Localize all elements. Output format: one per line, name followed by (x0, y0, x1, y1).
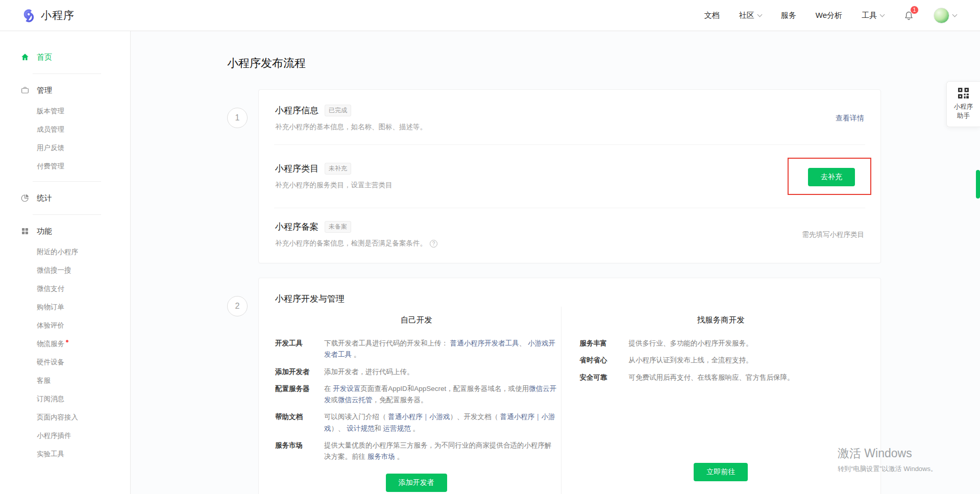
account-menu[interactable] (934, 8, 957, 23)
sidebar-item-lab-tools[interactable]: 实验工具 (20, 445, 130, 463)
help-icon[interactable]: ? (430, 240, 437, 248)
grid-icon (20, 227, 30, 236)
dev-row-label: 帮助文档 (275, 411, 324, 434)
sidebar-item-features[interactable]: 功能 (20, 220, 130, 242)
service-provider-column: 找服务商开发 服务丰富 提供多行业、多功能的小程序开发服务。 省时省心 从小程序… (561, 307, 866, 494)
sidebar-item-shopping-orders[interactable]: 购物订单 (20, 298, 130, 316)
column-title: 自己开发 (275, 315, 558, 326)
row-title: 小程序备案 (275, 221, 318, 233)
divider (33, 181, 101, 182)
sidebar-item-experience-review[interactable]: 体验评价 (20, 316, 130, 335)
go-now-button[interactable]: 立即前往 (694, 463, 748, 481)
nav-tools[interactable]: 工具 (862, 11, 884, 20)
top-bar: 小程序 文档 社区 服务 We分析 工具 1 (0, 0, 980, 31)
inline-link[interactable]: 普通小程序开发者工具 (450, 339, 519, 347)
inline-link[interactable]: 普通小程序 (388, 413, 423, 421)
dev-row-label: 配置服务器 (275, 383, 324, 406)
sidebar-item-members[interactable]: 成员管理 (20, 120, 130, 139)
sidebar-item-nearby[interactable]: 附近的小程序 (20, 243, 130, 261)
sidebar-item-version[interactable]: 版本管理 (20, 102, 130, 120)
assistant-label-line1: 小程序 (949, 103, 978, 112)
inline-link[interactable]: ｜ (423, 413, 429, 421)
provider-row-rich-service: 服务丰富 提供多行业、多功能的小程序开发服务。 (580, 338, 863, 349)
nav-service[interactable]: 服务 (781, 11, 796, 20)
page-body: 首页 管理 版本管理 成员管理 用户反馈 付费管理 (0, 31, 980, 494)
inline-link[interactable]: 开发设置 (333, 385, 360, 392)
provider-row-safe-reliable: 安全可靠 可免费试用后再支付、在线客服响应、官方售后保障。 (580, 372, 863, 383)
view-details-link[interactable]: 查看详情 (836, 114, 864, 123)
sidebar-item-subscribe-message[interactable]: 订阅消息 (20, 390, 130, 408)
prerequisite-note: 需先填写小程序类目 (802, 230, 865, 239)
sidebar-item-customer-service[interactable]: 客服 (20, 372, 130, 390)
sidebar-item-feedback[interactable]: 用户反馈 (20, 139, 130, 157)
inline-link[interactable]: 小游戏 (429, 413, 450, 421)
notification-badge: 1 (910, 6, 919, 14)
sidebar-item-plugin[interactable]: 小程序插件 (20, 427, 130, 445)
home-icon (20, 53, 30, 62)
dev-row-text: 添加开发者，进行代码上传。 (324, 366, 558, 378)
row-title: 小程序类目 (275, 163, 318, 175)
sidebar-item-wechat-search[interactable]: 微信搜一搜 (20, 261, 130, 280)
sidebar-item-payment[interactable]: 付费管理 (20, 157, 130, 176)
dev-row-server-config: 配置服务器 在 开发设置页面查看AppID和AppSecret，配置服务器域名，… (275, 383, 558, 406)
sidebar-item-stats[interactable]: 统计 (20, 187, 130, 209)
self-develop-column: 自己开发 开发工具 下载开发者工具进行代码的开发和上传： 普通小程序开发者工具、… (274, 307, 561, 494)
manage-submenu: 版本管理 成员管理 用户反馈 付费管理 (20, 102, 130, 176)
inline-link[interactable]: 微信云托管 (338, 396, 373, 404)
status-badge: 未补充 (325, 163, 351, 175)
inline-link[interactable]: 普通小程序 (500, 413, 535, 421)
provider-row-save-time: 省时省心 从小程序认证到发布上线，全流程支持。 (580, 355, 863, 366)
sidebar-item-label: 功能 (37, 227, 52, 236)
dev-row-add-developer: 添加开发者 添加开发者，进行代码上传。 (275, 366, 558, 378)
inline-link[interactable]: ｜ (534, 413, 541, 421)
sidebar-item-home[interactable]: 首页 (20, 46, 130, 68)
process-row-info: 小程序信息 已完成 补充小程序的基本信息，如名称、图标、描述等。 查看详情 (274, 92, 865, 145)
sidebar-item-label: 统计 (37, 193, 52, 203)
chevron-down-icon (880, 12, 885, 17)
process-row-category: 小程序类目 未补充 补充小程序的服务类目，设置主营类目 去补充 (274, 145, 865, 208)
miniprogram-logo-icon (19, 7, 36, 24)
sidebar-item-label: 物流服务 (37, 339, 64, 349)
dev-row-tools: 开发工具 下载开发者工具进行代码的开发和上传： 普通小程序开发者工具、 小游戏开… (275, 338, 558, 361)
sidebar-item-manage[interactable]: 管理 (20, 80, 130, 101)
step-number: 1 (227, 108, 248, 128)
row-desc: 补充小程序的服务类目，设置主营类目 (275, 181, 393, 190)
scrollbar-thumb[interactable] (976, 170, 980, 199)
inline-link[interactable]: 运营规范 (383, 425, 411, 432)
dev-row-label: 省时省心 (580, 355, 629, 366)
manage-icon (20, 86, 30, 95)
nav-docs[interactable]: 文档 (704, 11, 720, 20)
nav-tools-label: 工具 (862, 11, 877, 20)
chevron-down-icon (757, 12, 762, 17)
dev-row-text: 可免费试用后再支付、在线客服响应、官方售后保障。 (629, 372, 863, 383)
sidebar-item-page-content[interactable]: 页面内容接入 (20, 408, 130, 427)
inline-link[interactable]: 服务市场 (368, 453, 395, 460)
fill-category-button[interactable]: 去补充 (808, 168, 855, 186)
miniprogram-logo[interactable]: 小程序 (19, 7, 75, 24)
annotation-highlight-box: 去补充 (788, 158, 871, 195)
sidebar-item-wechat-pay[interactable]: 微信支付 (20, 280, 130, 298)
top-nav: 文档 社区 服务 We分析 工具 1 (704, 8, 957, 23)
sidebar-item-hardware[interactable]: 硬件设备 (20, 353, 130, 372)
nav-we-analysis[interactable]: We分析 (816, 11, 842, 20)
miniprogram-assistant-widget[interactable]: 小程序 助手 (946, 81, 980, 127)
dev-row-text: 提供大量优质的小程序第三方服务，为不同行业的商家提供合适的小程序解决方案。前往 … (324, 440, 558, 463)
dev-row-text: 在 开发设置页面查看AppID和AppSecret，配置服务器域名，或使用微信云… (324, 383, 558, 406)
nav-service-label: 服务 (781, 11, 796, 20)
dev-row-label: 添加开发者 (275, 366, 324, 378)
chevron-down-icon (952, 12, 958, 17)
sidebar-item-label: 管理 (37, 86, 52, 95)
notification-bell[interactable]: 1 (903, 10, 914, 21)
dev-row-text: 下载开发者工具进行代码的开发和上传： 普通小程序开发者工具、 小游戏开发者工具 … (324, 338, 558, 361)
row-desc: 补充小程序的备案信息，检测是否满足备案条件。 ? (275, 239, 437, 248)
release-steps-card: 小程序信息 已完成 补充小程序的基本信息，如名称、图标、描述等。 查看详情 小程… (258, 89, 881, 263)
nav-community[interactable]: 社区 (739, 11, 762, 20)
add-developer-button[interactable]: 添加开发者 (386, 474, 447, 492)
sidebar-item-logistics[interactable]: 物流服务 (20, 335, 130, 353)
column-title: 找服务商开发 (580, 315, 863, 326)
step-number: 2 (227, 296, 248, 316)
status-badge: 未备案 (325, 221, 351, 233)
inline-link[interactable]: 设计规范 (347, 425, 374, 432)
features-submenu: 附近的小程序 微信搜一搜 微信支付 购物订单 体验评价 物流服务 硬件设备 客服… (20, 243, 130, 463)
divider (33, 214, 101, 215)
